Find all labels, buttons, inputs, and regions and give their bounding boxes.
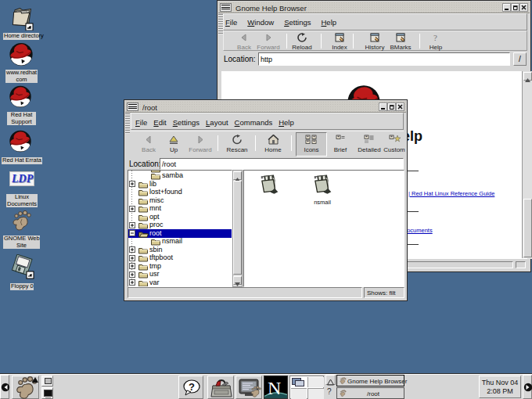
- svg-text:N: N: [268, 378, 281, 398]
- svg-text:?: ?: [433, 33, 437, 42]
- svg-text:?: ?: [189, 381, 195, 393]
